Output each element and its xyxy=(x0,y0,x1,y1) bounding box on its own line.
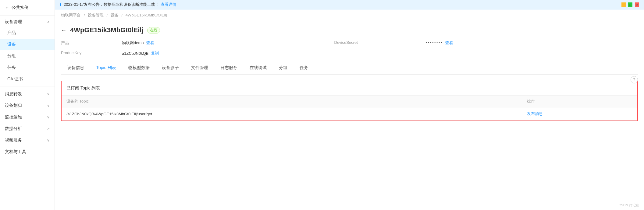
sidebar-back-label: 公共实例 xyxy=(12,5,29,10)
chevron-down-icon: ∨ xyxy=(47,92,50,96)
topic-table: 设备的 Topic 操作 /a1ZCbJN0kQB/4WpGE15ik3MbGt… xyxy=(62,96,637,121)
sidebar-section-label: 监控运维 xyxy=(5,114,22,120)
chevron-down-icon: ∨ xyxy=(47,115,50,119)
tab-tasks[interactable]: 任务 xyxy=(294,62,314,74)
sidebar-back-button[interactable]: ← 公共实例 xyxy=(0,0,55,16)
sidebar-section-monitor[interactable]: 监控运维 ∨ xyxy=(0,111,55,122)
product-key-copy-link[interactable]: 复制 xyxy=(151,51,159,56)
sidebar-item-ca-cert[interactable]: CA 证书 xyxy=(0,73,55,85)
sidebar-item-products[interactable]: 产品 xyxy=(0,27,55,39)
sidebar-section-docs[interactable]: 文档与工具 xyxy=(0,145,55,157)
breadcrumb-item-devices[interactable]: 设备 xyxy=(111,13,119,17)
sidebar-item-devices[interactable]: 设备 xyxy=(0,39,55,50)
close-button[interactable]: ✕ xyxy=(635,2,639,7)
breadcrumb-item-platform[interactable]: 物联网平台 xyxy=(61,13,81,17)
chevron-down-icon: ∨ xyxy=(47,103,50,108)
device-secret-masked: ******** xyxy=(426,41,443,45)
product-key-value: a1ZCbJN0kQB 复制 xyxy=(122,49,334,57)
page-title-row: ← 4WpGE15ik3MbGt0lEilj 在线 xyxy=(61,26,638,34)
main-content: ℹ 2023-01-17发布公告：数据压缩和设备诊断功能上线！ 查看详情 — □… xyxy=(55,0,644,210)
product-label: 产品 xyxy=(61,39,122,47)
notice-text: 2023-01-17发布公告：数据压缩和设备诊断功能上线！ xyxy=(64,2,159,7)
sidebar-section-label: 消息转发 xyxy=(5,91,22,97)
maximize-button[interactable]: □ xyxy=(628,2,632,7)
sidebar-item-groups[interactable]: 分组 xyxy=(0,50,55,62)
tab-groups[interactable]: 分组 xyxy=(273,62,294,74)
col-header-action: 操作 xyxy=(522,96,637,107)
product-key-label: ProductKey xyxy=(61,49,122,57)
product-key: a1ZCbJN0kQB xyxy=(122,51,148,56)
sidebar-section-data-analysis[interactable]: 数据分析 ↗ xyxy=(0,122,55,134)
content-area: 物联网平台 / 设备管理 / 设备 / 4WpGE15ik3MbGt0lEilj… xyxy=(55,9,644,210)
sidebar-section-label: 设备管理 xyxy=(5,19,22,25)
tabs: 设备信息 Topic 列表 物模型数据 设备影子 文件管理 日志服务 在线调试 … xyxy=(61,62,638,75)
table-row: /a1ZCbJN0kQB/4WpGE15ik3MbGt0lEilj/user/g… xyxy=(62,107,637,121)
sidebar-section-label: 数据分析 xyxy=(5,126,22,131)
product-view-link[interactable]: 查看 xyxy=(146,40,154,46)
minimize-button[interactable]: — xyxy=(621,2,626,7)
window-controls: — □ ✕ xyxy=(621,2,639,7)
col-header-topic: 设备的 Topic xyxy=(62,96,522,107)
sidebar: ← 公共实例 设备管理 ∧ 产品 设备 分组 任务 CA 证书 消息转发 ∨ 设… xyxy=(0,0,55,210)
notice-link[interactable]: 查看详情 xyxy=(161,2,176,7)
topic-section: 已订阅 Topic 列表 设备的 Topic 操作 /a1ZCbJN0kQB/4… xyxy=(61,81,638,121)
help-icon[interactable]: ? xyxy=(631,76,638,83)
page-title: 4WpGE15ik3MbGt0lEilj xyxy=(70,26,144,34)
page-back-arrow-icon[interactable]: ← xyxy=(61,27,66,33)
external-link-icon: ↗ xyxy=(47,127,50,131)
sidebar-divider xyxy=(0,86,55,86)
tab-online-debug[interactable]: 在线调试 xyxy=(244,62,273,74)
breadcrumb-sep: / xyxy=(121,13,123,17)
device-secret-view-link[interactable]: 查看 xyxy=(445,40,453,46)
sidebar-section-label: 文档与工具 xyxy=(5,149,26,155)
product-value: 物联网demo 查看 xyxy=(122,39,334,47)
device-secret-label: DeviceSecret xyxy=(334,39,426,47)
breadcrumb-item-device-id: 4WpGE15ik3MbGt0lEilj xyxy=(126,13,167,17)
tab-device-info[interactable]: 设备信息 xyxy=(61,62,90,74)
back-arrow-icon: ← xyxy=(5,5,9,10)
publish-message-link[interactable]: 发布消息 xyxy=(527,111,543,116)
notice-bar: ℹ 2023-01-17发布公告：数据压缩和设备诊断功能上线！ 查看详情 — □… xyxy=(55,0,644,9)
page-header: ← 4WpGE15ik3MbGt0lEilj 在线 产品 物联网demo 查看 … xyxy=(55,21,644,75)
info-icon: ℹ xyxy=(60,2,61,7)
meta-grid: 产品 物联网demo 查看 DeviceSecret ******** 查看 P… xyxy=(61,39,638,62)
sidebar-section-device-mgmt[interactable]: 设备管理 ∧ xyxy=(0,16,55,27)
tab-file-mgmt[interactable]: 文件管理 xyxy=(185,62,214,74)
sidebar-section-msg-forward[interactable]: 消息转发 ∨ xyxy=(0,88,55,99)
chevron-down-icon: ∨ xyxy=(47,138,50,142)
footer-watermark: CSDN @记账 xyxy=(619,203,639,208)
sidebar-item-tasks[interactable]: 任务 xyxy=(0,62,55,73)
topic-cell: /a1ZCbJN0kQB/4WpGE15ik3MbGt0lEilj/user/g… xyxy=(62,107,522,121)
breadcrumb-item-device-mgmt[interactable]: 设备管理 xyxy=(88,13,104,17)
action-cell: 发布消息 xyxy=(522,107,637,121)
device-secret-value: ******** 查看 xyxy=(426,39,638,47)
tab-log-service[interactable]: 日志服务 xyxy=(214,62,244,74)
sidebar-section-label: 设备划归 xyxy=(5,103,22,108)
tab-thing-model[interactable]: 物模型数据 xyxy=(122,62,156,74)
topic-section-title: 已订阅 Topic 列表 xyxy=(62,81,637,96)
chevron-up-icon: ∧ xyxy=(47,20,50,24)
product-name: 物联网demo xyxy=(122,40,144,46)
breadcrumb-sep: / xyxy=(84,13,85,17)
breadcrumb-sep: / xyxy=(107,13,108,17)
sidebar-section-label: 视频服务 xyxy=(5,138,22,143)
tab-topic-list[interactable]: Topic 列表 xyxy=(90,62,122,74)
tab-device-shadow[interactable]: 设备影子 xyxy=(156,62,185,74)
sidebar-section-video[interactable]: 视频服务 ∨ xyxy=(0,134,55,145)
status-badge: 在线 xyxy=(147,27,160,33)
breadcrumb: 物联网平台 / 设备管理 / 设备 / 4WpGE15ik3MbGt0lEilj xyxy=(55,9,644,21)
sidebar-section-device-assign[interactable]: 设备划归 ∨ xyxy=(0,99,55,111)
